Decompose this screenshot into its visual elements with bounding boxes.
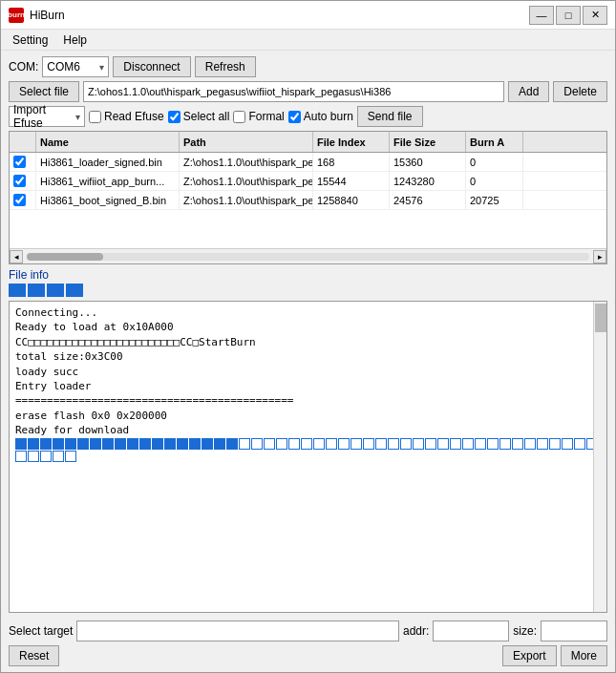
row-path-1: Z:\ohos1.1.0\out\hispark_pegasus\wi... <box>180 172 313 190</box>
menu-help[interactable]: Help <box>55 32 95 49</box>
row-checkbox-1[interactable] <box>13 175 26 187</box>
select-file-button[interactable]: Select file <box>9 81 79 102</box>
table-row[interactable]: Hi3861_loader_signed.bin Z:\ohos1.1.0\ou… <box>10 153 606 172</box>
select-target-input[interactable] <box>76 620 399 641</box>
file-path-display: Z:\ohos1.1.0\out\hispark_pegasus\wifiiot… <box>83 81 504 102</box>
progress-sq-34 <box>437 438 449 450</box>
progress-sq-25 <box>326 438 337 450</box>
progress-sq-38 <box>487 438 499 450</box>
refresh-button[interactable]: Refresh <box>195 56 256 77</box>
action-row: Reset Export More <box>9 645 607 666</box>
file-info-block <box>28 284 45 297</box>
progress-sq-27 <box>350 438 362 450</box>
progress-sq-26 <box>338 438 350 450</box>
row-checkbox-cell[interactable] <box>10 153 36 171</box>
add-button[interactable]: Add <box>508 81 549 102</box>
formal-checkbox[interactable] <box>233 111 245 123</box>
progress-sq-41 <box>524 438 536 450</box>
progress-sq-40 <box>512 438 523 450</box>
progress-sq-50 <box>53 451 64 462</box>
com-arrow-icon: ▾ <box>96 62 104 73</box>
formal-checkbox-label[interactable]: Formal <box>233 110 284 123</box>
select-all-checkbox-label[interactable]: Select all <box>168 110 230 123</box>
row-index-1: 15544 <box>313 172 390 190</box>
row-size-1: 1243280 <box>390 172 466 190</box>
disconnect-button[interactable]: Disconnect <box>113 56 190 77</box>
progress-sq-16 <box>214 438 225 450</box>
select-all-checkbox[interactable] <box>168 111 181 123</box>
row-name-0: Hi3861_loader_signed.bin <box>36 153 180 171</box>
th-name: Name <box>36 132 180 152</box>
row-checkbox-0[interactable] <box>13 156 26 168</box>
row-burn-1: 0 <box>466 172 523 190</box>
file-info-section: File info <box>9 268 607 297</box>
progress-sq-12 <box>164 438 176 450</box>
progress-sq-51 <box>65 451 76 462</box>
log-scroll-thumb[interactable] <box>595 304 606 332</box>
file-info-block <box>9 284 26 297</box>
com-label: COM: <box>9 60 38 74</box>
import-efuse-select[interactable]: Import Efuse ▾ <box>9 106 85 127</box>
table-row[interactable]: Hi3861_boot_signed_B.bin Z:\ohos1.1.0\ou… <box>10 191 606 210</box>
progress-sq-8 <box>115 438 126 450</box>
content-area: COM: COM6 ▾ Disconnect Refresh Select fi… <box>1 51 615 672</box>
progress-sq-23 <box>301 438 312 450</box>
scroll-left-btn[interactable]: ◂ <box>10 250 23 263</box>
auto-burn-checkbox[interactable] <box>288 111 301 123</box>
log-line: ========================================… <box>15 393 601 408</box>
target-row: Select target addr: size: <box>9 620 607 641</box>
row-size-2: 24576 <box>390 191 466 209</box>
progress-squares <box>15 438 601 462</box>
th-path: Path <box>180 132 313 152</box>
progress-sq-14 <box>189 438 201 450</box>
minimize-button[interactable]: — <box>529 6 554 25</box>
auto-burn-checkbox-label[interactable]: Auto burn <box>288 110 353 123</box>
progress-sq-44 <box>562 438 573 450</box>
progress-sq-11 <box>152 438 163 450</box>
scroll-track <box>27 253 589 261</box>
log-line: erase flash 0x0 0x200000 <box>15 409 601 423</box>
export-button[interactable]: Export <box>502 645 557 666</box>
restore-button[interactable]: □ <box>556 6 581 25</box>
log-line: total size:0x3C00 <box>15 349 601 364</box>
close-button[interactable]: ✕ <box>583 6 607 25</box>
bottom-section: Select target addr: size: Reset Export M… <box>9 617 607 666</box>
progress-sq-31 <box>400 438 412 450</box>
row-checkbox-cell[interactable] <box>10 172 36 190</box>
progress-sq-17 <box>226 438 238 450</box>
reset-button[interactable]: Reset <box>9 645 59 666</box>
size-input[interactable] <box>541 620 607 641</box>
row-checkbox-cell[interactable] <box>10 191 36 209</box>
th-file-size: File Size <box>390 132 466 152</box>
row-path-2: Z:\ohos1.1.0\out\hispark_pegasus\wi... <box>180 191 313 209</box>
file-toolbar: Select file Z:\ohos1.1.0\out\hispark_peg… <box>9 81 607 102</box>
log-line: CC□□□□□□□□□□□□□□□□□□□□□□□□CC□StartBurn <box>15 335 601 349</box>
progress-sq-15 <box>202 438 213 450</box>
scroll-thumb[interactable] <box>27 253 103 261</box>
log-line: Entry loader <box>15 379 601 393</box>
progress-sq-32 <box>413 438 424 450</box>
addr-input[interactable] <box>433 620 509 641</box>
log-scrollbar[interactable] <box>593 302 606 612</box>
read-efuse-checkbox-label[interactable]: Read Efuse <box>89 110 164 123</box>
delete-button[interactable]: Delete <box>553 81 607 102</box>
row-index-0: 168 <box>313 153 390 171</box>
table-row[interactable]: Hi3861_wifiiot_app_burn... Z:\ohos1.1.0\… <box>10 172 606 191</box>
select-target-label: Select target <box>9 624 73 638</box>
progress-sq-21 <box>276 438 287 450</box>
scroll-right-btn[interactable]: ▸ <box>593 250 606 263</box>
com-select[interactable]: COM6 ▾ <box>42 56 109 77</box>
read-efuse-checkbox[interactable] <box>89 111 101 123</box>
row-checkbox-2[interactable] <box>13 194 26 206</box>
row-size-0: 15360 <box>390 153 466 171</box>
progress-sq-48 <box>28 451 39 462</box>
menu-bar: Setting Help <box>1 30 615 51</box>
menu-setting[interactable]: Setting <box>5 32 55 49</box>
more-button[interactable]: More <box>561 645 607 666</box>
send-file-button[interactable]: Send file <box>357 106 423 127</box>
progress-sq-22 <box>288 438 300 450</box>
row-name-2: Hi3861_boot_signed_B.bin <box>36 191 180 209</box>
table-scrollbar-x[interactable]: ◂ ▸ <box>10 248 606 263</box>
progress-sq-37 <box>475 438 486 450</box>
title-bar: burn HiBurn — □ ✕ <box>1 1 615 30</box>
